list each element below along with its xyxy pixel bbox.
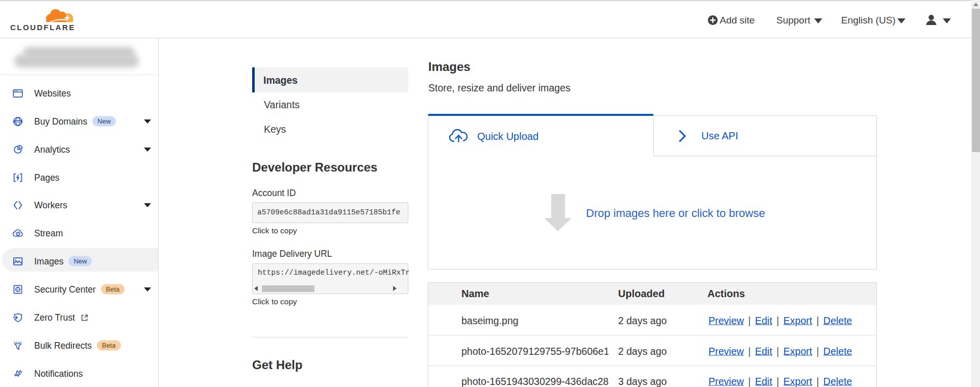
svg-text:www: www — [15, 120, 21, 123]
